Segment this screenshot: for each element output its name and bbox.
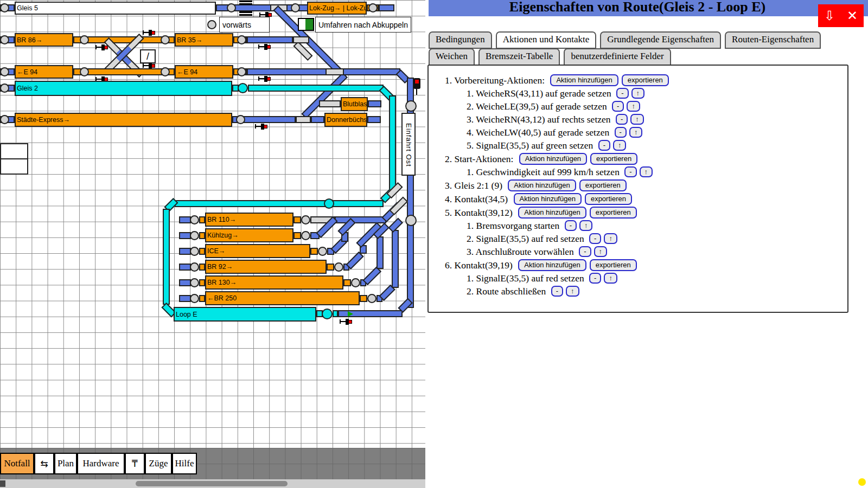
switch-knob[interactable] (236, 115, 245, 124)
add-action-button[interactable]: Aktion hinzufügen (518, 207, 586, 219)
track-plan[interactable]: Gleis 5 Lok-Zug→ | Lok-Zug vorwärts Umfa… (0, 0, 425, 448)
switch-knob[interactable] (301, 231, 310, 240)
close-icon[interactable]: ✕ (847, 8, 858, 23)
notfall-button[interactable]: Notfall (0, 453, 34, 474)
add-action-button[interactable]: Aktion hinzufügen (519, 153, 587, 165)
block-br86[interactable]: BR 86→ (15, 33, 73, 47)
block-e94-a[interactable]: ←E 94 (15, 65, 73, 79)
remove-action-button[interactable]: - (616, 114, 628, 125)
remove-action-button[interactable]: - (598, 140, 610, 151)
switch-knob[interactable] (190, 231, 199, 240)
empty-block[interactable] (0, 158, 28, 175)
block-gleis5[interactable]: Gleis 5 (15, 2, 216, 15)
switch-knob[interactable] (324, 198, 334, 209)
switch-knob[interactable] (237, 35, 246, 44)
switch-knob[interactable] (291, 3, 300, 12)
minimize-icon[interactable]: ⇩ (824, 8, 835, 23)
move-up-button[interactable]: ↑ (640, 166, 653, 177)
switch-knob[interactable] (237, 67, 246, 76)
switch-knob[interactable] (190, 215, 199, 224)
switch-knob[interactable] (161, 67, 170, 76)
block-br130[interactable]: BR 130→ (205, 275, 343, 290)
switch-knob[interactable] (238, 83, 248, 93)
switch-knob[interactable] (0, 67, 9, 76)
move-up-button[interactable]: ↑ (604, 233, 617, 244)
add-action-button[interactable]: Aktion hinzufügen (550, 74, 618, 86)
direction-knob[interactable] (207, 20, 216, 29)
tab-0[interactable]: Bedingungen (429, 31, 492, 49)
block-lok-zug[interactable]: Lok-Zug→ | Lok-Zug (307, 2, 367, 15)
move-up-button[interactable]: ↑ (566, 286, 579, 297)
block-blutblase[interactable]: Blutblase (341, 97, 368, 111)
switch-knob[interactable] (0, 3, 9, 12)
switch-knob[interactable] (368, 3, 378, 12)
remove-action-button[interactable]: - (565, 220, 577, 231)
switch-knob[interactable] (190, 294, 199, 303)
export-button[interactable]: exportieren (590, 153, 637, 165)
tab2-1[interactable]: Bremszeit-Tabelle (478, 48, 560, 66)
switch-knob[interactable] (405, 100, 417, 112)
add-action-button[interactable]: Aktion hinzufügen (508, 179, 576, 191)
block-staedte-express[interactable]: Städte-Express→ (15, 113, 232, 127)
signal-icon[interactable] (340, 319, 352, 325)
switch-knob[interactable] (190, 262, 199, 272)
tab-3[interactable]: Routen-Eigenschaften (725, 31, 821, 49)
remove-action-button[interactable]: - (616, 88, 628, 99)
remove-action-button[interactable]: - (579, 246, 591, 257)
tab-1[interactable]: Aktionen und Kontakte (496, 31, 597, 49)
export-button[interactable]: exportieren (622, 74, 669, 86)
switch-knob[interactable] (301, 215, 310, 224)
move-up-button[interactable]: ↑ (630, 114, 644, 125)
hardware-button[interactable]: Hardware (77, 453, 125, 474)
signal-icon[interactable] (258, 44, 271, 50)
empty-block[interactable] (0, 143, 28, 159)
remove-action-button[interactable]: - (615, 127, 627, 138)
move-up-button[interactable]: ↑ (627, 101, 640, 112)
switch-knob[interactable] (0, 115, 9, 124)
remove-action-button[interactable]: - (612, 101, 624, 112)
switch-knob[interactable] (227, 3, 236, 12)
block-br92[interactable]: BR 92→ (205, 260, 327, 274)
switch-knob[interactable] (190, 247, 199, 256)
tab2-0[interactable]: Weichen (429, 48, 475, 66)
swap-direction-icon[interactable]: ⇆ (34, 453, 54, 474)
block-br110[interactable]: BR 110→ (205, 213, 293, 227)
signal-icon[interactable] (258, 76, 271, 82)
hilfe-button[interactable]: Hilfe (172, 453, 197, 474)
block-ice[interactable]: ICE→ (205, 244, 310, 258)
scrollbar-thumb[interactable] (136, 481, 288, 486)
move-up-button[interactable]: ↑ (594, 246, 608, 257)
move-up-button[interactable]: ↑ (629, 127, 643, 138)
switch-knob[interactable] (318, 247, 327, 256)
move-up-button[interactable]: ↑ (613, 140, 627, 151)
signal-icon[interactable] (413, 78, 420, 89)
block-donnerbuechse[interactable]: Donnerbüchse (324, 113, 367, 127)
export-button[interactable]: exportieren (590, 207, 637, 219)
move-up-button[interactable]: ↑ (631, 88, 645, 99)
block-gleis2[interactable]: Gleis 2 (15, 81, 232, 96)
add-action-button[interactable]: Aktion hinzufügen (514, 193, 582, 205)
export-button[interactable]: exportieren (590, 259, 637, 271)
direction-field[interactable]: vorwärts (219, 17, 270, 33)
switch-knob[interactable] (351, 278, 360, 287)
label-einfahrt-ost[interactable]: Einfahrt Ost (401, 113, 416, 176)
switch-knob[interactable] (334, 262, 343, 272)
export-button[interactable]: exportieren (579, 179, 627, 191)
track-symbol-icon[interactable]: ₸ (125, 453, 145, 474)
block-br250[interactable]: ←BR 250 (205, 291, 360, 305)
tab2-2[interactable]: benutzerdefinierte Felder (564, 48, 671, 66)
signal-icon[interactable] (95, 44, 108, 50)
remove-action-button[interactable]: - (551, 286, 563, 297)
flag-icon[interactable] (298, 18, 314, 31)
horizontal-scrollbar[interactable] (0, 479, 425, 488)
switch-knob[interactable] (161, 35, 170, 44)
zuege-button[interactable]: Züge (145, 453, 172, 474)
block-br35[interactable]: BR 35→ (175, 33, 233, 47)
remove-action-button[interactable]: - (589, 273, 601, 284)
switch-knob[interactable] (322, 309, 333, 319)
switch-knob[interactable] (80, 35, 89, 44)
move-up-button[interactable]: ↑ (579, 220, 593, 231)
signal-icon[interactable] (143, 30, 155, 36)
switch-knob[interactable] (367, 294, 376, 303)
tab-2[interactable]: Grundlegende Eigenschaften (600, 31, 721, 49)
